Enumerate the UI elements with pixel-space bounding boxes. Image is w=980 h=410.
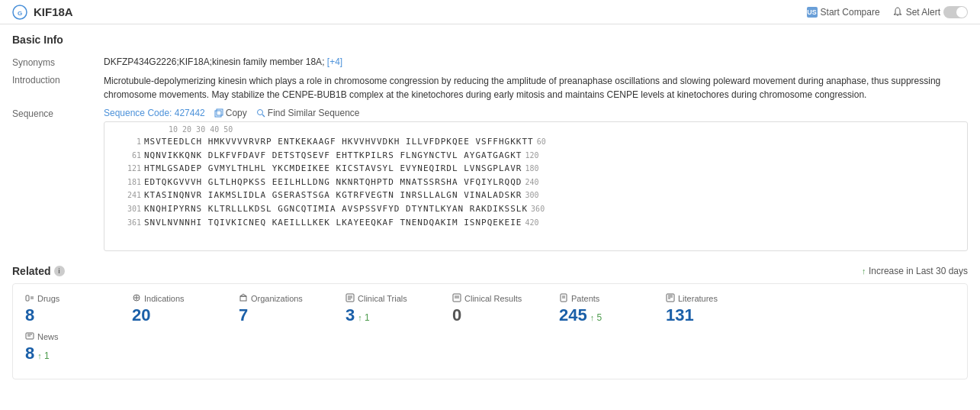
stat-item[interactable]: Literatures 131: [666, 293, 757, 325]
stat-label-text: Drugs: [37, 294, 59, 303]
stat-value: 20: [132, 305, 150, 325]
sequence-data-row: 241 KTASINQNVR IAKMSLIDLA GSERASTSGA KGT…: [111, 189, 961, 202]
seq-start-num: 121: [111, 163, 141, 175]
related-header: Related i ↑ Increase in Last 30 days: [12, 265, 968, 277]
seq-end-num: 60: [537, 136, 546, 148]
stat-increment: ↑ 1: [358, 312, 370, 323]
sequence-code[interactable]: Sequence Code: 427442: [104, 108, 205, 118]
svg-rect-4: [217, 109, 223, 115]
stat-item[interactable]: Clinical Results 0: [452, 293, 544, 325]
main-content: Basic Info Synonyms DKFZP434G2226;KIF18A…: [0, 24, 980, 389]
synonyms-label: Synonyms: [12, 53, 104, 71]
svg-rect-7: [26, 295, 29, 301]
stat-increment: ↑ 1: [37, 350, 50, 361]
stat-label: Literatures: [666, 293, 718, 304]
stat-increment: ↑ 5: [590, 312, 602, 323]
find-similar-button[interactable]: Find Similar Sequence: [256, 108, 360, 118]
seq-start-num: 241: [111, 189, 141, 202]
sequence-data-row: 301 KNQHIPYRNS KLTRLLLKDSL GGNCQTIMIA AV…: [111, 202, 961, 216]
sequence-box[interactable]: 10 20 30 40 50 1 MSVTEEDLCH HMKVVVVRVRP …: [104, 121, 968, 251]
intro-paragraph: Microtubule-depolymerizing kinesin which…: [104, 74, 968, 102]
stat-label-text: News: [37, 332, 59, 341]
header-left: G KIF18A: [12, 5, 73, 20]
seq-end-num: 300: [525, 189, 538, 202]
stat-label-text: Clinical Trials: [358, 294, 407, 303]
seq-data-text: SNVLNVNNHI TQIVKICNEQ KAEILLLKEK LKAYEEQ…: [144, 216, 522, 230]
related-note: ↑ Increase in Last 30 days: [862, 266, 968, 276]
header: G KIF18A US Start Compare Set Alert: [0, 0, 980, 24]
stat-label: Drugs: [25, 293, 59, 304]
stat-label-text: Literatures: [678, 294, 718, 303]
seq-data-text: KNQHIPYRNS KLTRLLLKDSL GGNCQTIMIA AVSPSS…: [144, 202, 528, 216]
sequence-data-row: 61 NQNVIKKQNK DLKFVFDAVF DETSTQSEVF EHTT…: [111, 149, 961, 163]
stat-number: 20: [132, 305, 150, 325]
svg-point-5: [257, 110, 262, 115]
stat-number: 131: [666, 305, 694, 325]
stat-label: Patents: [559, 293, 599, 304]
toggle-knob: [956, 7, 967, 18]
synonyms-more-link[interactable]: [+4]: [327, 56, 342, 67]
find-similar-label: Find Similar Sequence: [268, 108, 360, 118]
alert-toggle[interactable]: [943, 6, 968, 18]
stat-type-icon: [25, 331, 34, 342]
find-similar-icon: [256, 108, 265, 118]
copy-button[interactable]: Copy: [214, 108, 247, 118]
stat-label-text: Indications: [144, 294, 185, 303]
stat-number: 7: [239, 305, 248, 325]
stat-value: 8 ↑ 1: [25, 344, 50, 363]
svg-marker-14: [240, 294, 246, 296]
stat-type-icon: [666, 293, 675, 304]
stat-type-icon: [239, 293, 248, 304]
stat-type-icon: [452, 293, 461, 304]
stat-item[interactable]: Indications 20: [132, 293, 223, 325]
seq-start-num: 361: [111, 217, 141, 229]
compare-icon: US: [807, 7, 818, 18]
stat-item[interactable]: Clinical Trials 3 ↑ 1: [345, 293, 437, 325]
stat-number: 8: [25, 344, 34, 363]
sequence-data-row: 121 HTMLGSADEP GVMYLTHLHL YKCMDEIKEE KIC…: [111, 162, 961, 176]
basic-info-table: Synonyms DKFZP434G2226;KIF18A;kinesin fa…: [12, 53, 968, 254]
synonyms-text: DKFZP434G2226;KIF18A;kinesin family memb…: [104, 56, 324, 67]
page-title: KIF18A: [34, 5, 73, 18]
set-alert-button[interactable]: Set Alert: [892, 6, 968, 18]
stat-number: 3: [345, 305, 355, 325]
sequence-label: Sequence: [12, 105, 104, 254]
stat-item[interactable]: Drugs 8: [25, 293, 117, 325]
sequence-rows: 1 MSVTEEDLCH HMKVVVVRVRP ENTKEKAAGF HKVV…: [111, 135, 961, 229]
stat-item[interactable]: News 8 ↑ 1: [25, 331, 117, 363]
related-info-icon[interactable]: i: [54, 266, 65, 276]
synonyms-row: Synonyms DKFZP434G2226;KIF18A;kinesin fa…: [12, 53, 968, 71]
stat-value: 245 ↑ 5: [559, 305, 602, 325]
stat-item[interactable]: Organizations 7: [239, 293, 330, 325]
copy-icon: [214, 108, 223, 118]
stat-type-icon: [132, 293, 141, 304]
seq-start-num: 61: [111, 150, 141, 162]
stat-value: 0: [452, 305, 461, 325]
stat-label: Clinical Trials: [345, 293, 407, 304]
stat-value: 8: [25, 305, 34, 325]
seq-data-text: NQNVIKKQNK DLKFVFDAVF DETSTQSEVF EHTTKPI…: [144, 149, 522, 163]
stat-number: 8: [25, 305, 34, 325]
synonyms-value: DKFZP434G2226;KIF18A;kinesin family memb…: [104, 53, 968, 71]
stat-type-icon: [345, 293, 355, 304]
sequence-ruler: 10 20 30 40 50: [111, 125, 961, 134]
seq-end-num: 120: [525, 150, 538, 162]
bell-icon: [892, 7, 903, 18]
svg-rect-3: [215, 111, 221, 117]
header-right: US Start Compare Set Alert: [807, 6, 968, 18]
start-compare-button[interactable]: US Start Compare: [807, 7, 880, 18]
stat-label: News: [25, 331, 59, 342]
stats-row-secondary: News 8 ↑ 1: [25, 331, 955, 370]
stat-label: Indications: [132, 293, 185, 304]
related-title: Related i: [12, 265, 65, 277]
svg-line-6: [262, 115, 265, 117]
stats-area: Drugs 8 Indications 20 Organizations 7 C…: [12, 283, 968, 379]
svg-text:G: G: [18, 10, 22, 17]
alert-label: Set Alert: [906, 7, 940, 18]
stat-label: Organizations: [239, 293, 303, 304]
seq-data-text: EDTQKGVVVH GLTLHQPKSS EEILHLLDNG NKNRTQH…: [144, 176, 522, 189]
stat-item[interactable]: Patents 245 ↑ 5: [559, 293, 651, 325]
stat-label-text: Clinical Results: [464, 294, 522, 303]
seq-data-text: MSVTEEDLCH HMKVVVVRVRP ENTKEKAAGF HKVVHV…: [144, 135, 534, 149]
related-title-text: Related: [12, 265, 51, 277]
